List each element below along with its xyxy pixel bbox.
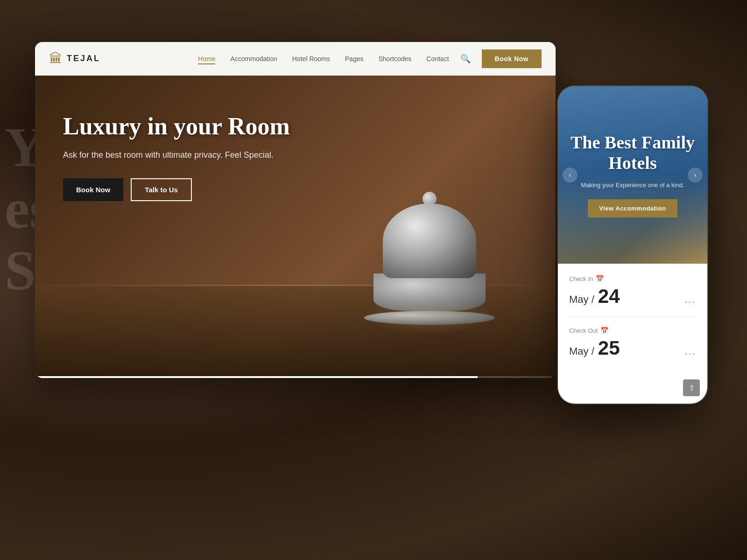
logo-icon: 🏛 xyxy=(49,51,62,66)
scroll-to-top-button[interactable]: ⇧ xyxy=(683,379,700,396)
checkin-dots[interactable]: ... xyxy=(685,294,696,305)
checkin-calendar-icon: 📅 xyxy=(596,275,604,282)
checkin-month: May / xyxy=(569,294,594,305)
mobile-hero-section: ‹ › The Best Family Hotels Making your E… xyxy=(558,86,707,264)
slider-next-button[interactable]: › xyxy=(688,168,703,182)
hero-title: Luxury in your Room xyxy=(63,113,290,140)
view-accommodation-button[interactable]: View Accommodation xyxy=(588,199,677,217)
search-icon[interactable]: 🔍 xyxy=(460,54,471,64)
bell-image xyxy=(341,110,518,343)
navbar: 🏛 TEJAL Home Accommodation Hotel Rooms P… xyxy=(35,42,556,76)
checkin-field: Check In 📅 May / 24 ... xyxy=(569,275,696,308)
nav-item-home[interactable]: Home xyxy=(198,55,215,63)
checkin-date: May / 24 xyxy=(569,285,620,308)
nav-item-contact[interactable]: Contact xyxy=(426,55,449,63)
checkout-date: May / 25 xyxy=(569,337,620,359)
progress-bar xyxy=(35,376,556,378)
nav-item-accommodation[interactable]: Accommodation xyxy=(230,55,277,63)
nav-links: Home Accommodation Hotel Rooms Pages Sho… xyxy=(198,55,449,63)
hero-content: Luxury in your Room Ask for the best roo… xyxy=(63,113,290,201)
nav-item-shortcodes[interactable]: Shortcodes xyxy=(378,55,411,63)
mobile-booking-card: Check In 📅 May / 24 ... Check Out 📅 May … xyxy=(558,264,707,380)
book-now-hero-button[interactable]: Book Now xyxy=(63,178,123,201)
desktop-browser-window: 🏛 TEJAL Home Accommodation Hotel Rooms P… xyxy=(35,42,556,378)
slider-prev-button[interactable]: ‹ xyxy=(563,168,578,182)
booking-divider-1 xyxy=(569,317,696,317)
checkout-value: May / 25 ... xyxy=(569,337,696,359)
checkout-field: Check Out 📅 May / 25 ... xyxy=(569,327,696,359)
book-now-nav-button[interactable]: Book Now xyxy=(482,49,542,68)
checkout-dots[interactable]: ... xyxy=(685,346,696,357)
nav-item-pages[interactable]: Pages xyxy=(345,55,364,63)
checkout-calendar-icon: 📅 xyxy=(600,327,608,334)
checkin-label: Check In 📅 xyxy=(569,275,696,282)
logo-area: 🏛 TEJAL xyxy=(49,51,100,66)
mobile-mockup: ‹ › The Best Family Hotels Making your E… xyxy=(558,86,707,404)
talk-to-us-button[interactable]: Talk to Us xyxy=(131,178,192,201)
checkin-day: 24 xyxy=(598,285,620,307)
hero-section: Luxury in your Room Ask for the best roo… xyxy=(35,76,556,378)
checkin-value: May / 24 ... xyxy=(569,285,696,308)
nav-item-hotel-rooms[interactable]: Hotel Rooms xyxy=(292,55,330,63)
progress-fill xyxy=(35,376,478,378)
checkout-label: Check Out 📅 xyxy=(569,327,696,334)
hero-subtitle: Ask for the best room with ultimate priv… xyxy=(63,149,290,161)
mobile-slider-controls: ‹ › xyxy=(558,168,707,182)
hero-buttons: Book Now Talk to Us xyxy=(63,178,290,201)
checkout-month: May / xyxy=(569,345,594,357)
logo-text: TEJAL xyxy=(67,54,100,63)
checkout-day: 25 xyxy=(598,337,620,359)
